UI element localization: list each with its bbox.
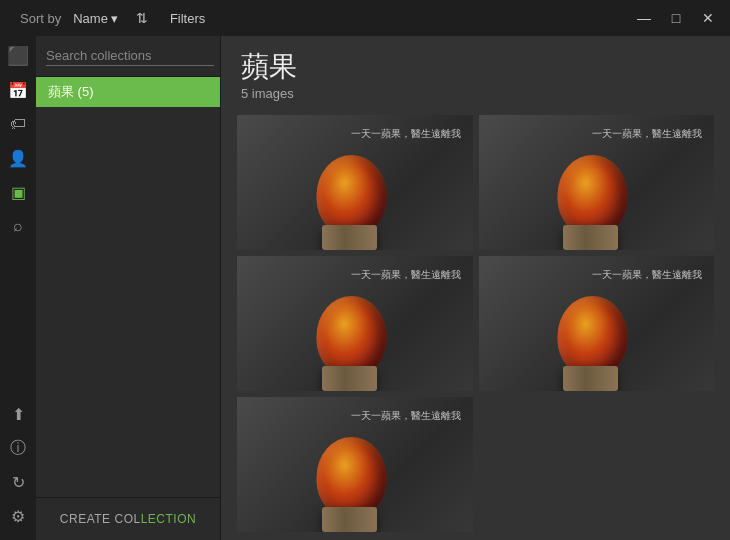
- image-overlay-text-4: 一天一蘋果，醫生遠離我: [592, 268, 702, 282]
- upload-icon[interactable]: ⬆: [2, 398, 34, 430]
- image-cell-1[interactable]: 一天一蘋果，醫生遠離我 PK素材: [237, 115, 473, 250]
- sort-area: Sort by Name ▾ ⇅ Filters: [8, 6, 215, 30]
- sort-name-dropdown[interactable]: Name ▾: [67, 9, 124, 28]
- icon-bar: ⬛ 📅 🏷 👤 ▣ ⌕ ⬆ ⓘ ↻ ⚙: [0, 36, 36, 540]
- search-icon[interactable]: ⌕: [2, 210, 34, 242]
- main-layout: ⬛ 📅 🏷 👤 ▣ ⌕ ⬆ ⓘ ↻ ⚙ ☰ 蘋果 (5) CREATE COLL…: [0, 36, 730, 540]
- settings-icon[interactable]: ⚙: [2, 500, 34, 532]
- create-collection-button[interactable]: CREATE COLLECTION: [46, 508, 210, 530]
- image-count: 5 images: [241, 86, 710, 101]
- create-collection-highlight: LECTION: [141, 512, 197, 526]
- image-cell-3[interactable]: 一天一蘋果，醫生遠離我 PK素材: [237, 256, 473, 391]
- image-overlay-text-1: 一天一蘋果，醫生遠離我: [351, 127, 461, 141]
- tag-icon[interactable]: 🏷: [2, 108, 34, 140]
- left-panel: ☰ 蘋果 (5) CREATE COLLECTION: [36, 36, 221, 540]
- sort-by-label: Sort by: [20, 11, 61, 26]
- apple-image-4: 一天一蘋果，醫生遠離我 PK素材: [479, 256, 715, 391]
- content-area: 蘋果 5 images 一天一蘋果，醫生遠離我 PK素材 一天一蘋果，醫生遠離我…: [221, 36, 730, 540]
- collections-icon[interactable]: ▣: [2, 176, 34, 208]
- image-overlay-text-3: 一天一蘋果，醫生遠離我: [351, 268, 461, 282]
- info-icon[interactable]: ⓘ: [2, 432, 34, 464]
- maximize-button[interactable]: □: [662, 6, 690, 30]
- collection-item-apples[interactable]: 蘋果 (5): [36, 77, 220, 107]
- icon-bar-bottom: ⬆ ⓘ ↻ ⚙: [2, 398, 34, 540]
- sort-dropdown-arrow-icon: ▾: [111, 11, 118, 26]
- content-header: 蘋果 5 images: [221, 36, 730, 107]
- collection-label: 蘋果 (5): [48, 83, 94, 101]
- image-cell-4[interactable]: 一天一蘋果，醫生遠離我 PK素材: [479, 256, 715, 391]
- search-input[interactable]: [46, 46, 214, 66]
- sort-order-icon[interactable]: ⇅: [130, 6, 154, 30]
- filters-button[interactable]: Filters: [160, 8, 215, 29]
- sync-icon[interactable]: ↻: [2, 466, 34, 498]
- image-overlay-text-5: 一天一蘋果，醫生遠離我: [351, 409, 461, 423]
- search-bar: ☰: [36, 36, 220, 77]
- apple-image-3: 一天一蘋果，醫生遠離我 PK素材: [237, 256, 473, 391]
- sort-name-value: Name: [73, 11, 108, 26]
- create-collection-area: CREATE COLLECTION: [36, 497, 220, 540]
- person-icon[interactable]: 👤: [2, 142, 34, 174]
- calendar-icon[interactable]: 📅: [2, 74, 34, 106]
- image-overlay-text-2: 一天一蘋果，醫生遠離我: [592, 127, 702, 141]
- close-button[interactable]: ✕: [694, 6, 722, 30]
- apple-image-2: 一天一蘋果，醫生遠離我 PK素材: [479, 115, 715, 250]
- title-bar: Sort by Name ▾ ⇅ Filters — □ ✕: [0, 0, 730, 36]
- image-cell-2[interactable]: 一天一蘋果，醫生遠離我 PK素材: [479, 115, 715, 250]
- image-grid: 一天一蘋果，醫生遠離我 PK素材 一天一蘋果，醫生遠離我 PK素材 一天一蘋果，…: [221, 107, 730, 540]
- image-cell-5[interactable]: 一天一蘋果，醫生遠離我 PK素材: [237, 397, 473, 532]
- home-icon[interactable]: ⬛: [2, 40, 34, 72]
- collection-title: 蘋果: [241, 48, 710, 86]
- apple-image-1: 一天一蘋果，醫生遠離我 PK素材: [237, 115, 473, 250]
- minimize-button[interactable]: —: [630, 6, 658, 30]
- apple-image-5: 一天一蘋果，醫生遠離我 PK素材: [237, 397, 473, 532]
